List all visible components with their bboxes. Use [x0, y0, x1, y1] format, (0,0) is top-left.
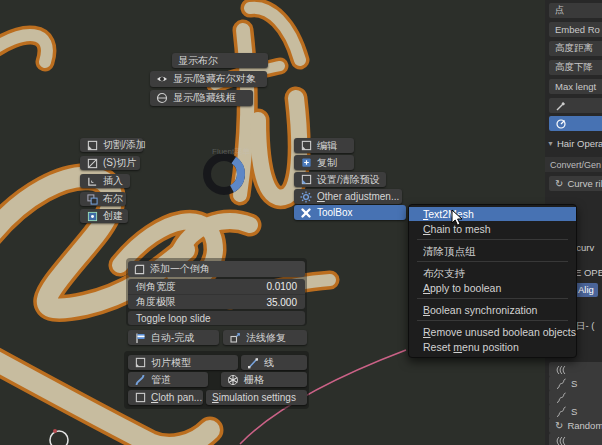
hair-tool-row-5[interactable]: ↻Random — [549, 418, 602, 433]
hair-operations-label: Hair Opera — [557, 138, 602, 149]
hair-tool-row-2-label: S — [571, 378, 577, 389]
sidebar-button-1[interactable]: 点 — [549, 3, 602, 18]
left-menu-item-3[interactable]: 插入 — [80, 174, 130, 188]
tool-button-2-label: 线 — [264, 356, 274, 370]
mid-menu-item-4[interactable]: Other adjustmen... — [294, 189, 402, 204]
submenu-separator — [417, 320, 568, 321]
sidebar-button-3[interactable]: 高度距离 — [549, 41, 602, 56]
refresh-icon: ↻ — [555, 178, 563, 189]
line-icon — [247, 357, 259, 369]
partial-operators-label: E OPER — [575, 267, 602, 278]
gear-icon — [300, 191, 312, 203]
mid-menu-item-1-label: 编辑 — [317, 139, 337, 153]
tool-button-1-label: 切片模型 — [151, 356, 191, 370]
top-button-2[interactable]: 显示/隐藏布尔对象 — [150, 71, 267, 87]
hair-tool-row-6[interactable] — [549, 433, 602, 445]
action-button-1-label: 自动-完成 — [151, 331, 194, 345]
left-menu-item-5[interactable]: 创建 — [80, 209, 128, 223]
top-button-2-label: 显示/隐藏布尔对象 — [173, 72, 256, 86]
submenu-item[interactable]: Reset menu position — [409, 340, 576, 354]
bevel-property-row[interactable]: 倒角宽度0.0100 — [128, 279, 305, 294]
normal-fix-icon — [229, 332, 241, 344]
sidebar-button-3-label: 高度距离 — [555, 42, 593, 55]
property-label: 倒角宽度 — [136, 280, 176, 294]
hair-tool-row-4-label: S — [571, 406, 577, 417]
property-value[interactable]: 0.0100 — [266, 281, 297, 292]
inset-icon — [86, 175, 98, 187]
submenu-item[interactable]: Apply to boolean — [409, 281, 576, 295]
pipe-icon — [134, 374, 146, 386]
sidebar-button-2-label: Embed Ro — [555, 24, 600, 35]
wave-icon — [555, 435, 567, 445]
mid-menu-item-3-label: 设置/清除预设 — [317, 173, 380, 187]
convert-generate-header: Convert/Gen — [545, 157, 602, 172]
curve-ribbon-button-label: Curve rib — [567, 178, 602, 189]
hair-tool-row-3[interactable] — [549, 390, 602, 405]
tool-button-3-label: 管道 — [151, 373, 171, 387]
submenu-item[interactable]: Remove unused boolean objects — [409, 325, 576, 339]
left-menu-item-2[interactable]: (S)切片 — [80, 156, 140, 170]
cut-brush-icon — [555, 118, 567, 130]
tool-button-3[interactable]: 管道 — [128, 372, 208, 387]
wave-icon — [555, 364, 567, 376]
preset-icon — [300, 174, 312, 186]
create-icon — [86, 210, 98, 222]
mid-menu-item-5-label: ToolBox — [317, 207, 353, 218]
mid-menu-item-3[interactable]: 设置/清除预设 — [294, 172, 386, 187]
left-menu-item-1[interactable]: 切割/添加 — [80, 138, 143, 152]
brush-row-cut-selected[interactable] — [549, 116, 602, 131]
hair-operations-header[interactable]: ▼Hair Opera — [547, 138, 602, 149]
bevel-property-row[interactable]: 角度极限35.000 — [128, 294, 305, 309]
toolbox-submenu: Text2MeshChain to mesh清除顶点组布尔支持Apply to … — [408, 204, 577, 358]
bevel-panel-header[interactable]: 添加一个倒角 — [128, 261, 305, 277]
sidebar-button-4[interactable]: 高度下降 — [549, 60, 602, 75]
top-button-3[interactable]: 显示/隐藏线框 — [150, 90, 253, 106]
submenu-item[interactable]: 清除顶点组 — [409, 244, 576, 258]
bevel-panel-title: 添加一个倒角 — [150, 262, 210, 276]
mid-menu-item-2[interactable]: 复制 — [294, 155, 354, 170]
toggle-loop-slide-button[interactable]: Toggle loop slide — [128, 311, 305, 325]
hair-tool-row-2[interactable]: S — [549, 376, 602, 391]
partial-align-button[interactable]: Alig — [574, 283, 598, 297]
sidebar-button-1-label: 点 — [555, 4, 565, 17]
hair-tool-row-1[interactable] — [549, 362, 602, 377]
slice-model-icon — [134, 357, 146, 369]
curve-point[interactable] — [53, 429, 57, 433]
sidebar-button-5-label: Max lengt — [555, 81, 596, 92]
property-value[interactable]: 35.000 — [266, 297, 297, 308]
boolean-icon — [86, 193, 98, 205]
collapse-triangle-icon: ▼ — [547, 140, 554, 147]
cloth-icon — [134, 392, 146, 404]
strand-icon — [555, 378, 567, 390]
hair-tool-row-4[interactable]: S — [549, 404, 602, 419]
top-button-1-label: 显示布尔 — [178, 54, 218, 68]
hair-tool-row-5-label: Random — [567, 420, 602, 431]
tool-button-6[interactable]: Simulation settings — [206, 390, 307, 405]
sidebar-button-5[interactable]: Max lengt — [549, 79, 602, 94]
top-button-1[interactable]: 显示布尔 — [172, 53, 268, 68]
tool-button-2[interactable]: 线 — [241, 355, 307, 370]
tool-button-1[interactable]: 切片模型 — [128, 355, 238, 370]
wire-circle-icon — [156, 92, 168, 104]
lattice-icon — [227, 374, 239, 386]
curve-ribbon-button[interactable]: ↻Curve rib — [549, 176, 602, 191]
submenu-item[interactable]: 布尔支持 — [409, 266, 576, 280]
sidebar-button-2[interactable]: Embed Ro — [549, 22, 602, 37]
mid-menu-item-2-label: 复制 — [317, 156, 337, 170]
action-button-1[interactable]: 自动-完成 — [128, 330, 219, 345]
submenu-item[interactable]: Text2Mesh — [409, 207, 576, 221]
left-menu-item-4[interactable]: 布尔 — [80, 192, 126, 206]
brush-row-comb[interactable] — [549, 98, 602, 113]
tool-button-5[interactable]: Cloth pan... — [128, 390, 203, 405]
mid-menu-item-5[interactable]: ToolBox — [294, 205, 406, 220]
left-menu-item-2-label: (S)切片 — [103, 156, 136, 170]
submenu-item[interactable]: Boolean synchronization — [409, 303, 576, 317]
action-button-2[interactable]: 法线修复 — [223, 330, 307, 345]
tool-button-6-label: Simulation settings — [212, 392, 296, 403]
tool-button-4[interactable]: 栅格 — [221, 372, 307, 387]
submenu-separator — [417, 239, 568, 240]
submenu-item[interactable]: Chain to mesh — [409, 222, 576, 236]
left-menu-item-1-label: 切割/添加 — [103, 138, 146, 152]
left-menu-item-5-label: 创建 — [103, 209, 123, 223]
mid-menu-item-1[interactable]: 编辑 — [294, 138, 354, 153]
